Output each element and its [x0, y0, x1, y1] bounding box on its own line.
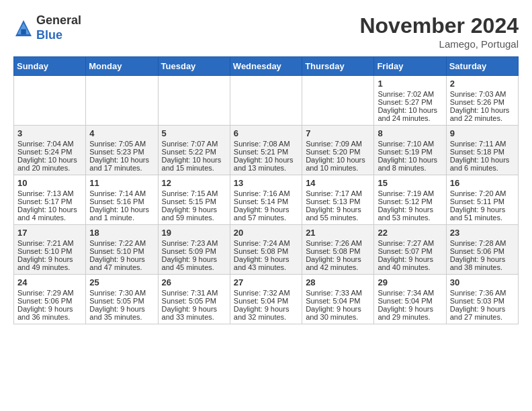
- day-info: Sunrise: 7:20 AM Sunset: 5:11 PM Dayligh…: [450, 189, 515, 222]
- table-cell: [230, 76, 302, 126]
- table-cell: 20Sunrise: 7:24 AM Sunset: 5:08 PM Dayli…: [230, 225, 302, 275]
- week-row-3: 10Sunrise: 7:13 AM Sunset: 5:17 PM Dayli…: [14, 175, 519, 225]
- table-cell: 13Sunrise: 7:16 AM Sunset: 5:14 PM Dayli…: [230, 175, 302, 225]
- table-cell: 12Sunrise: 7:15 AM Sunset: 5:15 PM Dayli…: [158, 175, 230, 225]
- logo-blue-text: Blue: [36, 28, 81, 43]
- day-number: 22: [378, 228, 442, 238]
- table-cell: 9Sunrise: 7:11 AM Sunset: 5:18 PM Daylig…: [446, 126, 518, 175]
- day-info: Sunrise: 7:16 AM Sunset: 5:14 PM Dayligh…: [234, 189, 298, 222]
- weekday-header-saturday: Saturday: [446, 57, 518, 76]
- weekday-header-row: SundayMondayTuesdayWednesdayThursdayFrid…: [14, 57, 519, 76]
- table-cell: 11Sunrise: 7:14 AM Sunset: 5:16 PM Dayli…: [86, 175, 158, 225]
- table-cell: 29Sunrise: 7:34 AM Sunset: 5:04 PM Dayli…: [374, 275, 446, 324]
- week-row-2: 3Sunrise: 7:04 AM Sunset: 5:24 PM Daylig…: [14, 126, 519, 175]
- day-number: 28: [306, 277, 370, 287]
- day-info: Sunrise: 7:11 AM Sunset: 5:18 PM Dayligh…: [450, 140, 515, 172]
- day-number: 29: [378, 277, 442, 287]
- day-number: 15: [378, 178, 442, 188]
- day-number: 9: [450, 128, 515, 138]
- day-info: Sunrise: 7:24 AM Sunset: 5:08 PM Dayligh…: [234, 239, 298, 271]
- header: General Blue November 2024 Lamego, Portu…: [13, 13, 519, 50]
- day-info: Sunrise: 7:31 AM Sunset: 5:05 PM Dayligh…: [162, 289, 226, 321]
- day-number: 20: [234, 228, 298, 238]
- weekday-header-thursday: Thursday: [302, 57, 374, 76]
- day-info: Sunrise: 7:29 AM Sunset: 5:06 PM Dayligh…: [17, 289, 82, 321]
- day-number: 6: [234, 128, 298, 138]
- day-info: Sunrise: 7:09 AM Sunset: 5:20 PM Dayligh…: [306, 140, 370, 172]
- day-number: 26: [162, 277, 226, 287]
- day-number: 19: [162, 228, 226, 238]
- day-info: Sunrise: 7:30 AM Sunset: 5:05 PM Dayligh…: [89, 289, 154, 321]
- table-cell: [158, 76, 230, 126]
- table-cell: [86, 76, 158, 126]
- day-info: Sunrise: 7:21 AM Sunset: 5:10 PM Dayligh…: [17, 239, 82, 271]
- logo-icon: [13, 18, 34, 38]
- logo: General Blue: [13, 13, 81, 42]
- day-number: 14: [306, 178, 370, 188]
- weekday-header-friday: Friday: [374, 57, 446, 76]
- table-cell: 21Sunrise: 7:26 AM Sunset: 5:08 PM Dayli…: [302, 225, 374, 275]
- table-cell: 27Sunrise: 7:32 AM Sunset: 5:04 PM Dayli…: [230, 275, 302, 324]
- table-cell: 30Sunrise: 7:36 AM Sunset: 5:03 PM Dayli…: [446, 275, 518, 324]
- week-row-5: 24Sunrise: 7:29 AM Sunset: 5:06 PM Dayli…: [14, 275, 519, 324]
- day-number: 18: [89, 228, 154, 238]
- day-info: Sunrise: 7:26 AM Sunset: 5:08 PM Dayligh…: [306, 239, 370, 271]
- day-info: Sunrise: 7:28 AM Sunset: 5:06 PM Dayligh…: [450, 239, 515, 271]
- day-info: Sunrise: 7:10 AM Sunset: 5:19 PM Dayligh…: [378, 140, 442, 172]
- table-cell: 15Sunrise: 7:19 AM Sunset: 5:12 PM Dayli…: [374, 175, 446, 225]
- day-info: Sunrise: 7:07 AM Sunset: 5:22 PM Dayligh…: [162, 140, 226, 172]
- day-info: Sunrise: 7:14 AM Sunset: 5:16 PM Dayligh…: [89, 189, 154, 222]
- day-number: 27: [234, 277, 298, 287]
- day-number: 11: [89, 178, 154, 188]
- table-cell: 26Sunrise: 7:31 AM Sunset: 5:05 PM Dayli…: [158, 275, 230, 324]
- table-cell: 16Sunrise: 7:20 AM Sunset: 5:11 PM Dayli…: [446, 175, 518, 225]
- weekday-header-monday: Monday: [86, 57, 158, 76]
- table-cell: 17Sunrise: 7:21 AM Sunset: 5:10 PM Dayli…: [14, 225, 86, 275]
- day-info: Sunrise: 7:33 AM Sunset: 5:04 PM Dayligh…: [306, 289, 370, 321]
- table-cell: 7Sunrise: 7:09 AM Sunset: 5:20 PM Daylig…: [302, 126, 374, 175]
- table-cell: 6Sunrise: 7:08 AM Sunset: 5:21 PM Daylig…: [230, 126, 302, 175]
- table-cell: 14Sunrise: 7:17 AM Sunset: 5:13 PM Dayli…: [302, 175, 374, 225]
- logo-text: General Blue: [36, 13, 81, 42]
- day-number: 12: [162, 178, 226, 188]
- day-info: Sunrise: 7:17 AM Sunset: 5:13 PM Dayligh…: [306, 189, 370, 222]
- day-info: Sunrise: 7:05 AM Sunset: 5:23 PM Dayligh…: [89, 140, 154, 172]
- table-cell: 2Sunrise: 7:03 AM Sunset: 5:26 PM Daylig…: [446, 76, 518, 126]
- logo-general-text: General: [36, 13, 81, 28]
- table-cell: 4Sunrise: 7:05 AM Sunset: 5:23 PM Daylig…: [86, 126, 158, 175]
- table-cell: 23Sunrise: 7:28 AM Sunset: 5:06 PM Dayli…: [446, 225, 518, 275]
- day-info: Sunrise: 7:03 AM Sunset: 5:26 PM Dayligh…: [450, 90, 515, 122]
- day-number: 5: [162, 128, 226, 138]
- week-row-4: 17Sunrise: 7:21 AM Sunset: 5:10 PM Dayli…: [14, 225, 519, 275]
- table-cell: [14, 76, 86, 126]
- calendar-table: SundayMondayTuesdayWednesdayThursdayFrid…: [13, 56, 519, 324]
- weekday-header-tuesday: Tuesday: [158, 57, 230, 76]
- day-number: 30: [450, 277, 515, 287]
- weekday-header-sunday: Sunday: [14, 57, 86, 76]
- day-info: Sunrise: 7:34 AM Sunset: 5:04 PM Dayligh…: [378, 289, 442, 321]
- day-number: 13: [234, 178, 298, 188]
- day-number: 16: [450, 178, 515, 188]
- table-cell: 5Sunrise: 7:07 AM Sunset: 5:22 PM Daylig…: [158, 126, 230, 175]
- title-area: November 2024 Lamego, Portugal: [359, 13, 519, 50]
- table-cell: 3Sunrise: 7:04 AM Sunset: 5:24 PM Daylig…: [14, 126, 86, 175]
- weekday-header-wednesday: Wednesday: [230, 57, 302, 76]
- week-row-1: 1Sunrise: 7:02 AM Sunset: 5:27 PM Daylig…: [14, 76, 519, 126]
- day-number: 23: [450, 228, 515, 238]
- day-info: Sunrise: 7:13 AM Sunset: 5:17 PM Dayligh…: [17, 189, 82, 222]
- day-number: 17: [17, 228, 82, 238]
- day-number: 10: [17, 178, 82, 188]
- day-info: Sunrise: 7:19 AM Sunset: 5:12 PM Dayligh…: [378, 189, 442, 222]
- day-number: 7: [306, 128, 370, 138]
- day-number: 21: [306, 228, 370, 238]
- table-cell: 22Sunrise: 7:27 AM Sunset: 5:07 PM Dayli…: [374, 225, 446, 275]
- table-cell: [302, 76, 374, 126]
- table-cell: 24Sunrise: 7:29 AM Sunset: 5:06 PM Dayli…: [14, 275, 86, 324]
- svg-rect-2: [21, 29, 26, 34]
- day-number: 1: [378, 79, 442, 89]
- month-title: November 2024: [359, 13, 519, 38]
- day-info: Sunrise: 7:23 AM Sunset: 5:09 PM Dayligh…: [162, 239, 226, 271]
- table-cell: 19Sunrise: 7:23 AM Sunset: 5:09 PM Dayli…: [158, 225, 230, 275]
- day-number: 3: [17, 128, 82, 138]
- table-cell: 8Sunrise: 7:10 AM Sunset: 5:19 PM Daylig…: [374, 126, 446, 175]
